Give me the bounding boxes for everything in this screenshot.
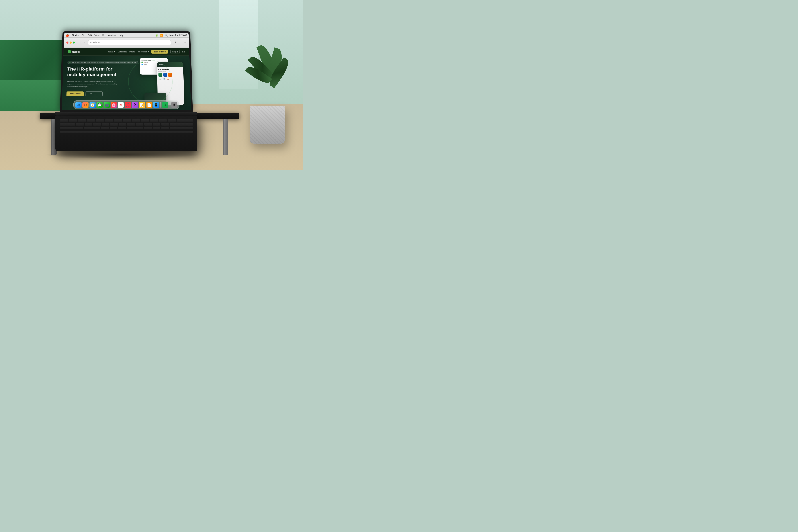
key — [118, 127, 126, 130]
forward-button[interactable]: › — [83, 41, 87, 44]
phone-app-name: mbrella — [159, 64, 164, 65]
dock-finder[interactable]: 🗂 — [75, 102, 81, 108]
home-label: 🏠 Home — [144, 62, 148, 63]
macos-dock: 🗂 ⬡ 🧭 💬 📹 🌸 28 🎵 🎙 📝 📄 📱 ♪ 🗑 — [73, 100, 179, 109]
menu-go[interactable]: Go — [102, 34, 105, 36]
key — [123, 119, 131, 122]
spacebar — [60, 131, 193, 133]
key — [162, 123, 169, 126]
extensions-button[interactable]: ⋯ — [183, 41, 186, 44]
dock-music[interactable]: 🎵 — [125, 102, 131, 108]
app-name[interactable]: Finder — [72, 34, 79, 36]
apple-logo[interactable]: 🍎 — [66, 34, 69, 37]
phone-main: mbrella €2.609,03 Monthly budget — [157, 62, 184, 105]
keyboard-rows — [55, 116, 197, 135]
menu-view[interactable]: View — [94, 34, 99, 36]
nav-consulting[interactable]: Consulting — [118, 51, 127, 53]
menubar-left: 🍎 Finder File Edit View Go Window Help — [66, 34, 124, 37]
key — [60, 127, 83, 130]
share-button[interactable]: ⬆ — [173, 41, 177, 44]
key — [85, 123, 92, 126]
close-button[interactable] — [66, 41, 69, 43]
key — [78, 119, 86, 122]
phone-amount-label: Monthly budget — [158, 71, 169, 72]
menu-edit[interactable]: Edit — [88, 34, 92, 36]
key — [168, 119, 176, 122]
logo-text: mbrella — [72, 50, 80, 53]
plant-pot — [250, 106, 285, 144]
key — [159, 119, 167, 122]
url-display: mbrella.io — [90, 41, 99, 44]
phone-tag-3: 🚗 — [167, 78, 170, 80]
key — [170, 123, 193, 126]
phone-content: €2.609,03 Monthly budget — [157, 67, 184, 81]
bookmark-button[interactable]: + — [178, 41, 182, 44]
dock-notes[interactable]: 📝 — [139, 102, 145, 108]
minimize-button[interactable] — [70, 41, 72, 43]
dock-facetime[interactable]: 📹 — [103, 102, 110, 108]
address-bar[interactable]: mbrella.io — [88, 40, 171, 45]
macos-menubar: 🍎 Finder File Edit View Go Window Help 🔋… — [64, 33, 189, 37]
phone-icon-1 — [158, 73, 163, 77]
touch-icon: ○ — [89, 93, 90, 95]
phone-tag-2: 🚇 — [163, 78, 166, 80]
hero-get-in-touch-button[interactable]: ○ Get in touch — [86, 91, 103, 96]
maximize-button[interactable] — [73, 41, 75, 43]
nav-resources[interactable]: Resources ▾ — [138, 51, 149, 53]
nav-pricing[interactable]: Pricing — [130, 51, 135, 53]
dock-photos[interactable]: 🌸 — [111, 102, 117, 108]
key-row-2 — [60, 123, 193, 126]
laptop-keyboard — [55, 116, 197, 151]
office-label: 🏢 Office — [144, 64, 148, 65]
dock-messages[interactable]: 💬 — [96, 102, 102, 108]
hero-book-demo-button[interactable]: Book a demo — [66, 91, 84, 96]
key — [60, 119, 68, 122]
commute-title: Commute April — [141, 59, 166, 61]
key — [60, 123, 75, 126]
browser: ‹ › mbrella.io ⬆ + ⋯ — [62, 37, 191, 110]
table-leg-2 — [223, 119, 228, 155]
key-row-3 — [60, 127, 193, 130]
dock-separator — [160, 102, 161, 108]
nav-language[interactable]: EN — [182, 51, 185, 53]
key — [105, 119, 113, 122]
menu-file[interactable]: File — [81, 34, 85, 36]
key — [110, 123, 118, 126]
menu-window[interactable]: Window — [108, 34, 116, 36]
wifi-icon: 📶 — [160, 34, 163, 37]
badge-text: Join us at Crossroads 2024, Belgium #1 e… — [72, 62, 136, 63]
key — [69, 119, 77, 122]
dock-calendar[interactable]: 28 — [118, 102, 124, 108]
key — [127, 123, 135, 126]
back-button[interactable]: ‹ — [78, 41, 82, 44]
site-logo[interactable]: mbrella — [68, 50, 80, 53]
logo-icon — [68, 50, 71, 53]
key — [114, 119, 122, 122]
search-icon[interactable]: 🔍 — [165, 34, 168, 37]
dock-trash[interactable]: 🗑 — [171, 102, 177, 108]
nav-login[interactable]: Log in — [170, 50, 180, 54]
phone-icons-row — [158, 73, 182, 77]
nav-book-demo[interactable]: Book a demo — [151, 50, 168, 53]
key — [101, 127, 109, 130]
phone-amount-row: €2.609,03 Monthly budget — [158, 68, 182, 72]
dock-podcasts[interactable]: 🎙 — [132, 102, 138, 108]
office-dot — [141, 64, 143, 65]
dock-spotify[interactable]: ♪ — [162, 102, 168, 108]
key — [87, 119, 95, 122]
key — [92, 127, 100, 130]
dock-launchpad[interactable]: ⬡ — [82, 102, 89, 108]
dock-screentime[interactable]: 📱 — [153, 102, 159, 108]
menu-help[interactable]: Help — [119, 34, 124, 36]
hero-title: The HR-platform for mobility management — [67, 66, 128, 78]
laptop-screen: 🍎 Finder File Edit View Go Window Help 🔋… — [60, 31, 193, 112]
key — [141, 119, 149, 122]
key — [135, 127, 143, 130]
dock-safari[interactable]: 🧭 — [89, 102, 96, 108]
browser-actions: ⬆ + ⋯ — [173, 41, 186, 44]
nav-product[interactable]: Product ▾ — [107, 51, 115, 53]
key — [110, 127, 117, 130]
hero-subtitle: Mbrella is the first corporate mobility … — [67, 80, 119, 88]
dock-pages[interactable]: 📄 — [146, 102, 152, 108]
key — [144, 127, 152, 130]
